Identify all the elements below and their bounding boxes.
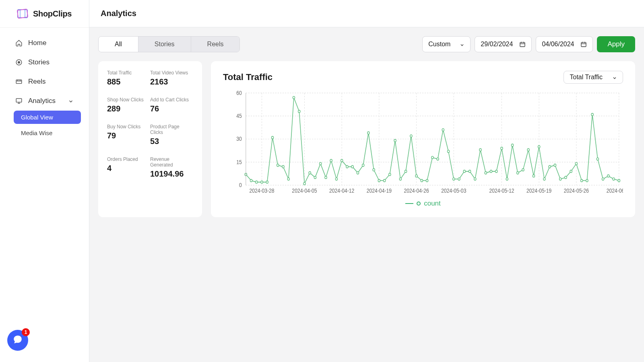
tab-reels[interactable]: Reels bbox=[191, 37, 240, 52]
svg-rect-11 bbox=[520, 42, 525, 47]
svg-point-97 bbox=[501, 147, 503, 150]
stat-value: 76 bbox=[150, 104, 193, 113]
home-icon bbox=[15, 39, 23, 47]
reel-icon bbox=[15, 78, 23, 85]
chevron-down-icon bbox=[612, 75, 617, 80]
svg-point-79 bbox=[405, 170, 407, 173]
tab-stories[interactable]: Stories bbox=[138, 37, 191, 52]
svg-point-70 bbox=[357, 172, 359, 174]
film-icon bbox=[16, 7, 29, 20]
stat-value: 289 bbox=[107, 104, 150, 113]
svg-point-92 bbox=[474, 178, 476, 180]
page-title: Analytics bbox=[101, 9, 136, 18]
svg-text:30: 30 bbox=[236, 136, 242, 142]
stat-cell: Shop Now Clicks289 bbox=[107, 97, 150, 113]
svg-point-63 bbox=[320, 162, 322, 165]
stat-label: Buy Now Clicks bbox=[107, 124, 150, 130]
svg-point-56 bbox=[282, 165, 284, 168]
circle-dot-icon bbox=[15, 59, 23, 66]
controls-row: All Stories Reels Custom 29/02/2024 04/0… bbox=[89, 27, 644, 52]
svg-point-108 bbox=[559, 178, 561, 180]
stat-value: 885 bbox=[107, 77, 150, 86]
svg-point-91 bbox=[469, 170, 471, 173]
stat-cell: Orders Placed4 bbox=[107, 156, 150, 179]
svg-rect-15 bbox=[581, 42, 586, 47]
stat-cell: Buy Now Clicks79 bbox=[107, 124, 150, 146]
svg-point-68 bbox=[346, 165, 348, 168]
svg-point-81 bbox=[415, 175, 417, 177]
svg-text:2024-06-03: 2024-06-03 bbox=[607, 187, 623, 194]
svg-point-51 bbox=[256, 181, 258, 183]
svg-point-52 bbox=[261, 181, 263, 183]
svg-point-64 bbox=[325, 176, 327, 179]
stat-value: 53 bbox=[150, 137, 193, 146]
svg-point-80 bbox=[410, 135, 412, 137]
nav: Home Stories Reels Analytics Global View… bbox=[0, 28, 89, 149]
nav-stories[interactable]: Stories bbox=[8, 54, 81, 70]
nav-analytics[interactable]: Analytics bbox=[8, 93, 81, 109]
svg-point-119 bbox=[618, 179, 620, 182]
svg-point-89 bbox=[458, 178, 460, 180]
svg-text:15: 15 bbox=[236, 159, 242, 165]
svg-point-71 bbox=[362, 164, 364, 167]
svg-point-87 bbox=[447, 150, 449, 152]
svg-point-113 bbox=[586, 179, 588, 182]
nav-label: Reels bbox=[28, 78, 45, 86]
chart-legend: count bbox=[223, 200, 623, 208]
nav-label: Home bbox=[28, 39, 46, 47]
brand-name: ShopClips bbox=[33, 9, 72, 19]
range-select[interactable]: Custom bbox=[422, 36, 471, 52]
chart-metric-select[interactable]: Total Traffic bbox=[564, 71, 623, 84]
svg-point-109 bbox=[565, 176, 567, 179]
svg-point-54 bbox=[271, 136, 273, 139]
svg-point-69 bbox=[351, 165, 353, 168]
svg-point-93 bbox=[479, 148, 481, 151]
end-date-input[interactable]: 04/06/2024 bbox=[536, 36, 593, 52]
chat-button[interactable]: 1 bbox=[7, 330, 28, 351]
subnav-global-view[interactable]: Global View bbox=[14, 111, 81, 124]
svg-text:2024-04-05: 2024-04-05 bbox=[292, 187, 317, 194]
svg-text:45: 45 bbox=[236, 113, 242, 119]
svg-point-105 bbox=[543, 178, 545, 180]
chat-icon bbox=[12, 334, 23, 346]
stat-value: 10194.96 bbox=[150, 169, 193, 179]
svg-point-67 bbox=[341, 159, 343, 162]
svg-point-53 bbox=[266, 181, 268, 183]
svg-text:60: 60 bbox=[236, 90, 242, 96]
nav-label: Analytics bbox=[28, 97, 56, 105]
svg-point-90 bbox=[463, 170, 465, 173]
main: Analytics All Stories Reels Custom 29/02… bbox=[89, 0, 644, 362]
svg-text:2024-05-12: 2024-05-12 bbox=[489, 187, 514, 194]
chart-body: 0153045602024-03-282024-04-052024-04-122… bbox=[223, 90, 623, 195]
svg-point-104 bbox=[538, 146, 540, 148]
stats-card: Total Traffic885Total Video Views2163Sho… bbox=[98, 61, 202, 217]
start-date-input[interactable]: 29/02/2024 bbox=[475, 36, 532, 52]
topbar: Analytics bbox=[89, 0, 644, 27]
svg-point-95 bbox=[490, 170, 492, 173]
svg-text:2024-05-03: 2024-05-03 bbox=[441, 187, 466, 194]
nav-analytics-sub: Global View Media Wise bbox=[8, 111, 81, 140]
svg-text:0: 0 bbox=[239, 182, 242, 188]
stat-cell: Product Page Clicks53 bbox=[150, 124, 193, 146]
subnav-media-wise[interactable]: Media Wise bbox=[14, 126, 81, 140]
svg-point-115 bbox=[597, 158, 599, 160]
stat-label: Add to Cart Clicks bbox=[150, 97, 193, 103]
svg-point-102 bbox=[527, 148, 529, 151]
svg-point-117 bbox=[607, 175, 609, 177]
svg-point-5 bbox=[18, 62, 20, 64]
chevron-down-icon bbox=[68, 98, 74, 104]
svg-point-57 bbox=[287, 178, 289, 180]
stat-value: 4 bbox=[107, 164, 150, 173]
svg-text:2024-04-26: 2024-04-26 bbox=[404, 187, 429, 194]
svg-point-96 bbox=[495, 170, 497, 173]
nav-reels[interactable]: Reels bbox=[8, 74, 81, 90]
chat-badge: 1 bbox=[22, 328, 30, 336]
tab-all[interactable]: All bbox=[99, 37, 138, 52]
svg-point-65 bbox=[330, 159, 332, 162]
nav-home[interactable]: Home bbox=[8, 35, 81, 51]
svg-point-75 bbox=[384, 179, 386, 182]
calendar-icon bbox=[519, 41, 526, 47]
svg-point-55 bbox=[277, 164, 279, 167]
apply-button[interactable]: Apply bbox=[597, 36, 635, 52]
svg-point-73 bbox=[373, 169, 375, 171]
